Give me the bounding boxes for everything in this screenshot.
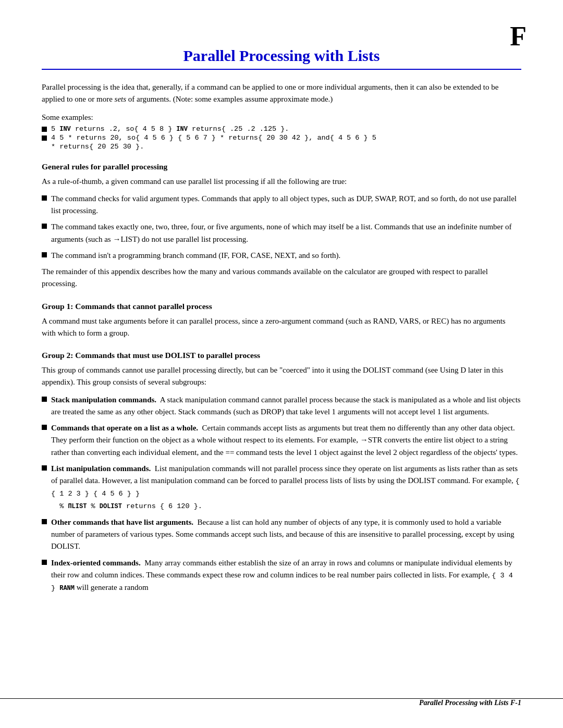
subgroup-other-text: Other commands that have list arguments.…	[51, 516, 521, 553]
general-rules-bullets: The command checks for valid argument ty…	[42, 193, 521, 262]
general-rules-intro: As a rule-of-thumb, a given command can …	[42, 176, 521, 188]
bullet-item-2: The command takes exactly one, two, thre…	[42, 221, 521, 245]
bullet-text-1: The command checks for valid argument ty…	[51, 193, 521, 217]
example-2-code: 4 5 * returns 20, so{ 4 5 6 } { 5 6 7 } …	[51, 134, 376, 142]
bullet-square-3	[42, 252, 47, 257]
bullet-square-whole	[42, 425, 47, 430]
bullet-item-3: The command isn't a programming branch c…	[42, 250, 521, 262]
corner-letter: F	[510, 21, 527, 52]
section-heading-general-rules: General rules for parallel processing	[42, 162, 521, 171]
examples-label: Some examples:	[42, 113, 521, 122]
subgroup-whole: Commands that operate on a list as a who…	[42, 422, 521, 459]
subgroup-list-manip-text: List manipulation commands. List manipul…	[51, 463, 521, 512]
bullet-square-index	[42, 560, 47, 565]
subgroup-stack: Stack manipulation commands. A stack man…	[42, 394, 521, 418]
bullet-text-2: The command takes exactly one, two, thre…	[51, 221, 521, 245]
subgroup-stack-lead: Stack manipulation commands.	[51, 396, 156, 404]
page-title: Parallel Processing with Lists	[42, 47, 521, 70]
example-1: 5 INV returns .2, so{ 4 5 8 } INV return…	[42, 125, 521, 133]
subgroup-whole-lead: Commands that operate on a list as a who…	[51, 424, 198, 432]
example-1-code: 5 INV returns .2, so{ 4 5 8 } INV return…	[51, 125, 289, 133]
general-rules-closing: The remainder of this appendix describes…	[42, 266, 521, 290]
subgroup-stack-text: Stack manipulation commands. A stack man…	[51, 394, 521, 418]
subgroup-whole-text: Commands that operate on a list as a who…	[51, 422, 521, 459]
group2-intro: This group of commands cannot use parall…	[42, 364, 521, 389]
section-heading-group1: Group 1: Commands that cannot parallel p…	[42, 302, 521, 311]
bullet-square-list-manip	[42, 465, 47, 471]
bullet-icon-1	[42, 127, 47, 132]
bullet-square-1	[42, 195, 47, 201]
subgroup-other: Other commands that have list arguments.…	[42, 516, 521, 553]
bullet-square-stack	[42, 397, 47, 402]
subgroup-list-manip: List manipulation commands. List manipul…	[42, 463, 521, 512]
subgroup-index-lead: Index-oriented commands.	[51, 559, 141, 567]
subgroup-index: Index-oriented commands. Many array comm…	[42, 557, 521, 594]
bullet-icon-2	[42, 135, 47, 141]
example-2: 4 5 * returns 20, so{ 4 5 6 } { 5 6 7 } …	[42, 134, 521, 142]
group2-subgroups: Stack manipulation commands. A stack man…	[42, 394, 521, 594]
footer-text: Parallel Processing with Lists F-1	[419, 699, 521, 707]
footer-bar: Parallel Processing with Lists F-1	[0, 698, 563, 707]
subgroup-index-text: Index-oriented commands. Many array comm…	[51, 557, 521, 594]
bullet-square-2	[42, 224, 47, 229]
example-2-continuation: * returns{ 20 25 30 }.	[51, 143, 521, 151]
bullet-text-3: The command isn't a programming branch c…	[51, 250, 521, 262]
intro-paragraph: Parallel processing is the idea that, ge…	[42, 81, 521, 106]
group1-text: A command must take arguments before it …	[42, 315, 521, 340]
bullet-square-other	[42, 519, 47, 524]
bullet-item-1: The command checks for valid argument ty…	[42, 193, 521, 217]
subgroup-other-lead: Other commands that have list arguments.	[51, 518, 193, 526]
section-heading-group2: Group 2: Commands that must use DOLIST t…	[42, 351, 521, 360]
sets-italic: sets	[115, 95, 127, 103]
subgroup-list-manip-lead: List manipulation commands.	[51, 464, 151, 473]
